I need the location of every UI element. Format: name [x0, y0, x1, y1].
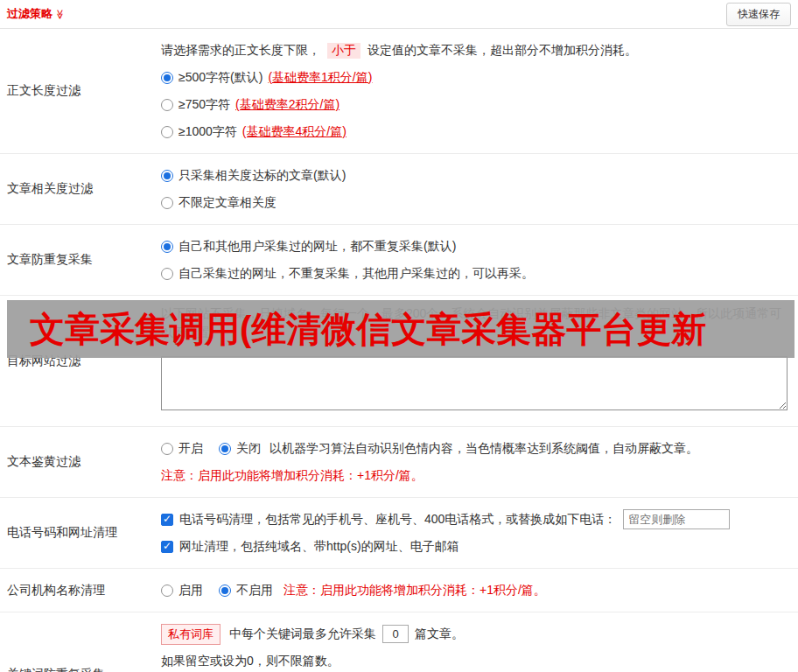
rate-note: (基础费率1积分/篇)	[268, 70, 372, 86]
option-relevance-strict[interactable]: 只采集相关度达标的文章(默认)	[161, 162, 791, 189]
radio-length-750[interactable]	[161, 99, 173, 111]
radio-dedupe-self-only[interactable]	[161, 268, 173, 280]
keyword-line1-end: 篇文章。	[415, 626, 464, 642]
row-company-name-clean: 公司机构名称清理 启用 不启用 注意：启用此功能将增加积分消耗：+1积分/篇。	[0, 569, 798, 612]
porn-filter-desc: 以机器学习算法自动识别色情内容，当色情概率达到系统阈值，自动屏蔽文章。	[270, 441, 698, 457]
option-relevance-any[interactable]: 不限定文章相关度	[161, 189, 791, 216]
private-lexicon-badge: 私有词库	[161, 624, 220, 645]
page-title-text: 过滤策略	[7, 6, 52, 22]
option-label: ≥1000字符	[178, 124, 237, 140]
option-dedupe-self-only[interactable]: 自己采集过的网址，不重复采集，其他用户采集过的，可以再采。	[161, 260, 791, 287]
checkbox-phone-clean[interactable]	[161, 514, 173, 526]
chevron-down-icon: ≫	[54, 9, 66, 19]
option-length-1000[interactable]: ≥1000字符 (基础费率4积分/篇)	[161, 118, 791, 145]
option-label: 关闭	[236, 441, 261, 457]
keyword-line1-text: 中每个关键词最多允许采集	[229, 626, 376, 642]
radio-length-1000[interactable]	[161, 126, 173, 138]
row-label: 电话号码和网址清理	[0, 498, 156, 568]
row-label: 公司机构名称清理	[0, 569, 156, 612]
rate-note: (基础费率4积分/篇)	[242, 124, 346, 140]
row-body-length-filter: 正文长度过滤 请选择需求的正文长度下限， 小于 设定值的文章不采集，超出部分不增…	[0, 29, 798, 154]
radio-relevance-any[interactable]	[161, 197, 173, 209]
radio-company-on[interactable]	[161, 584, 173, 597]
watermark-text: 文章采集调用(维清微信文章采集器平台更新	[30, 305, 706, 354]
option-label: 自己采集过的网址，不重复采集，其他用户采集过的，可以再采。	[178, 266, 534, 282]
intro-highlight: 小于	[327, 43, 360, 59]
option-length-500[interactable]: ≥500字符(默认) (基础费率1积分/篇)	[161, 64, 791, 91]
radio-dedupe-all-users[interactable]	[161, 241, 173, 253]
radio-relevance-strict[interactable]	[161, 170, 173, 182]
checkbox-url-clean[interactable]	[161, 541, 173, 553]
row-label: 文章相关度过滤	[0, 154, 156, 224]
option-label: 开启	[178, 441, 203, 457]
intro-post: 设定值的文章不采集，超出部分不增加积分消耗。	[368, 43, 637, 59]
option-label: 电话号码清理，包括常见的手机号、座机号、400电话格式，或替换成如下电话：	[179, 512, 616, 528]
option-url-clean[interactable]: 网址清理，包括纯域名、带http(s)的网址、电子邮箱	[161, 533, 791, 560]
intro-pre: 请选择需求的正文长度下限，	[161, 43, 320, 59]
row-dedupe-collect: 文章防重复采集 自己和其他用户采集过的网址，都不重复采集(默认) 自己采集过的网…	[0, 225, 798, 296]
row-porn-filter: 文本鉴黄过滤 开启 关闭 以机器学习算法自动识别色情内容，当色情概率达到系统阈值…	[0, 427, 798, 498]
row-phone-url-clean: 电话号码和网址清理 电话号码清理，包括常见的手机号、座机号、400电话格式，或替…	[0, 498, 798, 569]
row-label: 关键词防重复采集	[0, 612, 156, 672]
option-label: 启用	[178, 583, 203, 598]
top-bar: 过滤策略 ≫ 快速保存	[0, 0, 798, 29]
row-keyword-dedupe: 关键词防重复采集 私有词库 中每个关键词最多允许采集 篇文章。 如果留空或设为0…	[0, 612, 798, 672]
phone-replace-input[interactable]	[623, 509, 730, 529]
option-label: 不启用	[236, 583, 273, 598]
option-label: ≥500字符(默认)	[178, 70, 262, 86]
option-label: 只采集相关度达标的文章(默认)	[178, 168, 346, 184]
radio-porn-off[interactable]	[219, 443, 231, 455]
option-length-750[interactable]: ≥750字符 (基础费率2积分/篇)	[161, 91, 791, 118]
row-relevance-filter: 文章相关度过滤 只采集相关度达标的文章(默认) 不限定文章相关度	[0, 154, 798, 225]
keyword-line2: 如果留空或设为0，则不限篇数。	[161, 648, 791, 672]
row-label: 文章防重复采集	[0, 225, 156, 295]
option-label: 不限定文章相关度	[178, 195, 276, 211]
radio-company-off[interactable]	[219, 584, 231, 597]
watermark-banner: 文章采集调用(维清微信文章采集器平台更新	[7, 300, 794, 358]
length-intro: 请选择需求的正文长度下限， 小于 设定值的文章不采集，超出部分不增加积分消耗。	[161, 37, 791, 64]
row-label: 正文长度过滤	[0, 29, 156, 153]
option-dedupe-all-users[interactable]: 自己和其他用户采集过的网址，都不重复采集(默认)	[161, 233, 791, 260]
option-label: 自己和其他用户采集过的网址，都不重复采集(默认)	[178, 239, 456, 255]
porn-filter-warning: 注意：启用此功能将增加积分消耗：+1积分/篇。	[161, 462, 791, 489]
row-label: 文本鉴黄过滤	[0, 427, 156, 497]
company-warning: 注意：启用此功能将增加积分消耗：+1积分/篇。	[284, 583, 546, 598]
filter-strategy-form: 正文长度过滤 请选择需求的正文长度下限， 小于 设定值的文章不采集，超出部分不增…	[0, 29, 798, 672]
radio-porn-on[interactable]	[161, 443, 173, 455]
option-phone-clean[interactable]: 电话号码清理，包括常见的手机号、座机号、400电话格式，或替换成如下电话：	[161, 506, 791, 533]
rate-note: (基础费率2积分/篇)	[235, 97, 340, 113]
option-label: ≥750字符	[178, 97, 230, 113]
keyword-max-count-input[interactable]	[382, 625, 409, 643]
radio-length-500[interactable]	[161, 72, 173, 84]
option-label: 网址清理，包括纯域名、带http(s)的网址、电子邮箱	[179, 539, 459, 555]
page-title[interactable]: 过滤策略 ≫	[7, 6, 66, 22]
quick-save-button[interactable]: 快速保存	[726, 3, 791, 26]
blocked-sites-textarea[interactable]	[161, 356, 788, 410]
